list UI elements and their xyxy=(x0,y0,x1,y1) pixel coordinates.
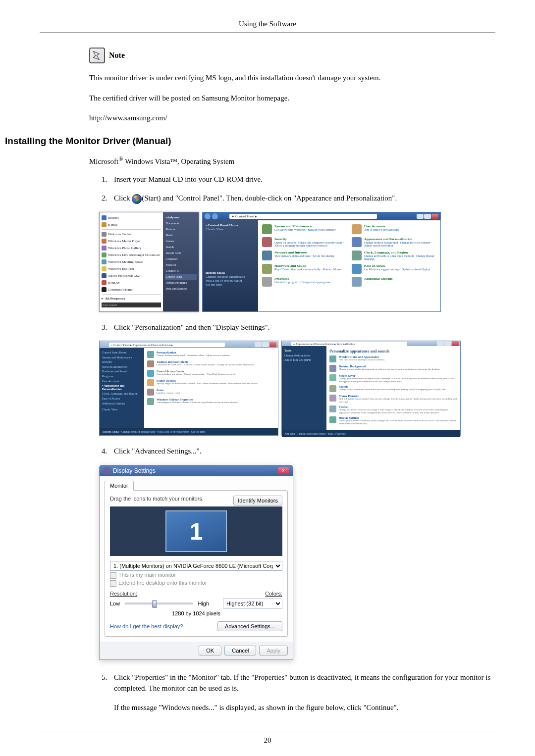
sm-photo: Windows Photo Gallery xyxy=(108,246,141,250)
note-icon xyxy=(89,48,105,63)
screenshot-appearance-panel: « Control Panel ▸ Appearance and Persona… xyxy=(99,341,278,436)
screenshot-personalization-panel: « Appearance and Personalization ▸ Perso… xyxy=(281,341,461,436)
colors-select: Highest (32 bit) xyxy=(223,599,282,608)
step-2-text-a: Click xyxy=(114,194,132,202)
taskbar-icon xyxy=(147,360,154,367)
identify-monitors-button: Identify Monitors xyxy=(233,496,282,505)
cp-c1t: User Accounts xyxy=(364,224,399,228)
pp-sl1: Adjust font size (DPI) xyxy=(284,358,324,362)
cp-classic: Classic View xyxy=(206,227,255,231)
resolution-slider xyxy=(125,603,193,605)
welcome-icon xyxy=(102,232,107,237)
note-label: Note xyxy=(109,51,125,60)
subtitle-post: , Operating System xyxy=(177,157,234,165)
apply-button: Apply xyxy=(259,646,288,655)
step-3: Click "Personalization" and then "Displa… xyxy=(109,322,495,333)
security-icon xyxy=(262,237,272,247)
cp-c3t: Appearance and Personalization xyxy=(364,237,436,241)
network-icon xyxy=(262,251,272,260)
ap-sb3: Network and Internet xyxy=(102,365,142,369)
fonts-icon xyxy=(147,389,154,396)
sm-controlpanel: Control Panel xyxy=(165,274,197,280)
resolution-value: 1280 by 1024 pixels xyxy=(110,610,282,616)
sysmaint-icon xyxy=(262,224,272,234)
cp-c5t: Clock, Language, and Region xyxy=(364,251,436,254)
screenshot-display-settings: Display Settings × Monitor Identify Moni… xyxy=(99,465,293,660)
additional-icon xyxy=(352,277,362,287)
slider-low: Low xyxy=(110,601,120,606)
meeting-icon xyxy=(102,259,107,264)
ap-i2s: Accommodate low vision · Change screen r… xyxy=(157,373,235,376)
sm-search: Start Search xyxy=(102,302,161,307)
fwd-icon xyxy=(212,213,218,219)
cancel-button: Cancel xyxy=(224,646,256,655)
sm-email: E-mail xyxy=(108,223,117,227)
best-display-link: How do I get the best display? xyxy=(110,623,183,629)
monitor-1: 1 xyxy=(165,510,227,552)
step-5-text: Click "Properties" in the "Monitor" tab.… xyxy=(114,673,490,693)
max-icon xyxy=(424,214,431,219)
step-5: Click "Properties" in the "Monitor" tab.… xyxy=(109,672,495,713)
sidebar-icon xyxy=(147,398,154,405)
pp-seelinks: Taskbar and Start Menu · Ease of Access xyxy=(297,432,346,435)
step-4: Click "Advanced Settings...". xyxy=(109,446,495,457)
cp-c2s: Check for updates · Check this computer'… xyxy=(274,241,347,248)
folder-icon xyxy=(147,379,154,386)
pp-i3s: Change which sounds are heard when you d… xyxy=(339,388,446,391)
photoshop-icon xyxy=(102,273,107,278)
explorer-icon xyxy=(102,266,107,271)
ap-recent-h: Recent Tasks xyxy=(103,430,119,433)
app-icon xyxy=(102,280,107,285)
back-icon xyxy=(205,213,211,219)
pp-i0s: Fine tune the color and style of your wi… xyxy=(339,358,385,361)
messenger-icon xyxy=(102,252,107,257)
ss-icon xyxy=(329,374,336,381)
slider-high: High xyxy=(198,601,209,606)
step-4-text: Click "Advanced Settings...". xyxy=(114,447,201,455)
section-heading: Installing the Monitor Driver (Manual) xyxy=(5,136,495,147)
display-settings-icon xyxy=(104,467,110,474)
cp-c5s: Change keyboards or other input methods … xyxy=(364,254,436,261)
close-icon xyxy=(269,342,276,347)
subtitle-mid: Windows Vista™ xyxy=(123,157,177,165)
start-orb-icon xyxy=(132,194,142,204)
pp-tasks: Tasks xyxy=(284,349,324,353)
sm-wmp: Windows Media Player xyxy=(108,239,141,243)
ie-icon xyxy=(102,215,107,220)
max-icon xyxy=(262,342,269,347)
sm-cmd: Command Prompt xyxy=(108,288,134,292)
max-icon xyxy=(444,341,451,346)
advanced-settings-button: Advanced Settings... xyxy=(217,621,282,631)
close-icon xyxy=(431,214,438,219)
note-url: http://www.samsung.com/ xyxy=(89,112,495,124)
sm-help: Help and Support xyxy=(165,286,197,292)
ok-button: OK xyxy=(199,646,221,655)
ap-sb4: Hardware and Sound xyxy=(102,370,142,373)
cp-c7s: Let Windows suggest settings · Optimize … xyxy=(364,268,430,271)
screenshot-control-panel: ▸ Control Panel ▸ • Control Panel Home C… xyxy=(202,212,441,312)
cp-recent-0: Change desktop background xyxy=(206,275,255,279)
chk-main xyxy=(110,572,116,579)
chk-extend xyxy=(110,580,116,587)
sm-docs: Documents xyxy=(165,220,197,226)
pp-i2s: Change your screen saver or adjust when … xyxy=(339,377,457,383)
pp-i4s: Pick a different mouse pointer. You can … xyxy=(339,398,457,403)
pp-i1s: Choose from available backgrounds or col… xyxy=(339,368,440,371)
wca-icon xyxy=(329,355,336,362)
theme-icon xyxy=(329,405,336,412)
pp-addr: « Appearance and Personalization ▸ Perso… xyxy=(291,342,407,346)
ap-i0s: Change desktop background · Customize co… xyxy=(157,354,230,357)
wmp-icon xyxy=(102,239,107,244)
sm-msgr: Windows Live Messenger Download xyxy=(108,253,160,257)
ap-sb2: Security xyxy=(102,360,142,364)
pp-sl0: Change desktop icons xyxy=(284,354,324,357)
clock-icon xyxy=(352,251,362,260)
ap-sb10: Additional Options xyxy=(102,402,142,405)
cp-c8t: Programs xyxy=(274,277,330,281)
page-header-title: Using the Software xyxy=(40,20,495,33)
sm-meeting: Windows Meeting Space xyxy=(108,260,143,264)
appearance-icon xyxy=(352,237,362,247)
cp-c4t: Network and Internet xyxy=(274,251,334,254)
display-icon xyxy=(329,416,336,423)
ease-icon xyxy=(352,264,362,274)
